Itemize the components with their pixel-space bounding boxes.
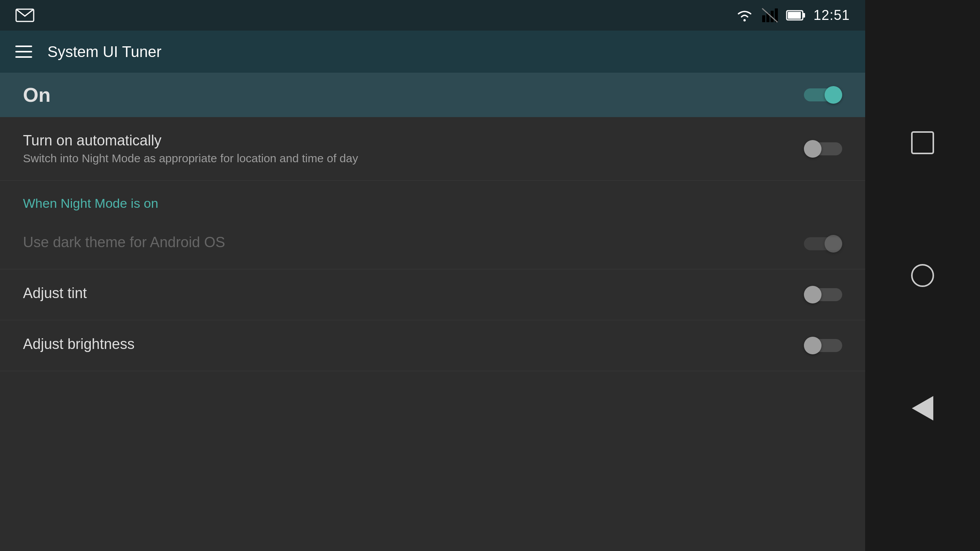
mail-icon [15,8,34,23]
night-mode-section-header: When Night Mode is on [0,181,865,218]
clock: 12:51 [813,7,850,23]
hamburger-menu-button[interactable] [15,46,32,58]
home-icon [911,264,934,287]
adjust-brightness-toggle[interactable] [804,336,842,355]
main-screen: 12:51 System UI Tuner On Turn on automat… [0,0,865,551]
toggle-thumb [804,140,822,158]
section-header-text: When Night Mode is on [23,196,158,210]
svg-point-1 [743,19,746,21]
turn-on-automatically-item[interactable]: Turn on automatically Switch into Night … [0,117,865,181]
on-toggle-section: On [0,73,865,117]
wifi-icon [735,8,754,23]
dark-theme-item: Use dark theme for Android OS [0,218,865,269]
toggle-thumb [825,86,842,104]
adjust-tint-item[interactable]: Adjust tint [0,269,865,320]
back-button[interactable] [907,393,938,424]
settings-list: Turn on automatically Switch into Night … [0,117,865,551]
toggle-thumb [804,337,822,354]
toggle-thumb [825,235,842,253]
recent-apps-button[interactable] [907,127,938,158]
turn-on-automatically-title: Turn on automatically [23,132,804,149]
back-icon [912,396,933,421]
nav-bar [865,0,980,551]
adjust-tint-title: Adjust tint [23,285,804,302]
dark-theme-title: Use dark theme for Android OS [23,234,804,251]
adjust-tint-toggle[interactable] [804,285,842,305]
status-bar-left [15,8,34,23]
svg-rect-2 [762,15,765,22]
status-bar-right: 12:51 [735,7,850,23]
status-bar: 12:51 [0,0,865,31]
turn-on-automatically-toggle[interactable] [804,139,842,159]
battery-icon [786,8,806,23]
on-label: On [23,83,51,106]
toggle-thumb [804,286,822,303]
adjust-brightness-title: Adjust brightness [23,336,804,352]
adjust-brightness-item[interactable]: Adjust brightness [0,320,865,371]
home-button[interactable] [907,260,938,291]
night-mode-master-toggle[interactable] [804,85,842,105]
dark-theme-toggle [804,234,842,254]
svg-rect-9 [803,13,805,18]
app-bar: System UI Tuner [0,31,865,73]
svg-rect-8 [788,12,801,19]
signal-icon [761,8,778,23]
recent-apps-icon [911,131,934,154]
turn-on-automatically-subtitle: Switch into Night Mode as appropriate fo… [23,152,804,165]
app-title: System UI Tuner [47,43,162,60]
